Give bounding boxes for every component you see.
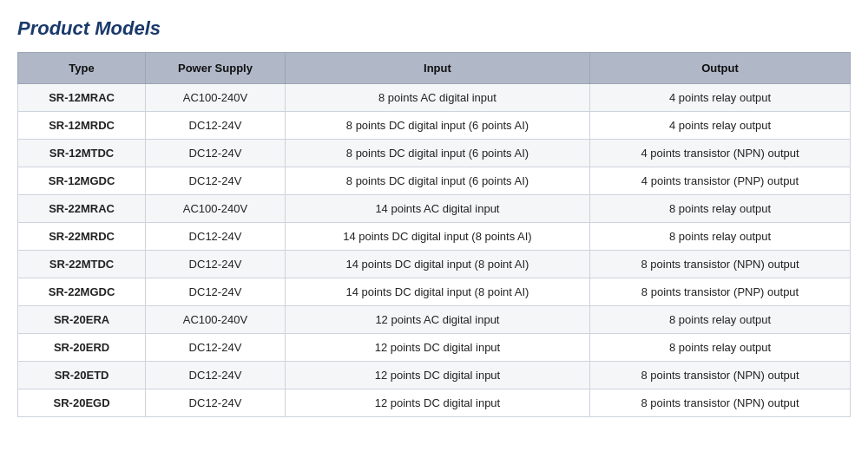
- cell-power: AC100-240V: [146, 195, 286, 223]
- cell-power: AC100-240V: [146, 306, 286, 334]
- cell-input: 12 points AC digital input: [285, 306, 589, 334]
- col-header-power: Power Supply: [146, 53, 286, 84]
- cell-power: DC12-24V: [146, 223, 286, 251]
- cell-output: 8 points relay output: [590, 306, 851, 334]
- table-row: SR-22MRACAC100-240V14 points AC digital …: [18, 195, 851, 223]
- cell-output: 4 points relay output: [590, 84, 851, 112]
- cell-power: DC12-24V: [146, 251, 286, 278]
- cell-input: 12 points DC digital input: [285, 389, 589, 417]
- cell-input: 8 points DC digital input (6 points AI): [285, 112, 589, 140]
- cell-type: SR-22MGDC: [18, 278, 146, 306]
- table-row: SR-20ERAAC100-240V12 points AC digital i…: [18, 306, 851, 334]
- col-header-output: Output: [590, 53, 851, 84]
- cell-power: DC12-24V: [146, 334, 286, 362]
- cell-type: SR-22MRDC: [18, 223, 146, 251]
- cell-output: 4 points transistor (PNP) output: [590, 167, 851, 195]
- cell-output: 8 points transistor (NPN) output: [590, 251, 851, 278]
- cell-type: SR-20EGD: [18, 389, 146, 417]
- cell-output: 4 points transistor (NPN) output: [590, 140, 851, 167]
- cell-input: 8 points AC digital input: [285, 84, 589, 112]
- cell-type: SR-12MRAC: [18, 84, 146, 112]
- cell-type: SR-20ERD: [18, 334, 146, 362]
- cell-type: SR-12MRDC: [18, 112, 146, 140]
- col-header-input: Input: [285, 53, 589, 84]
- cell-output: 4 points relay output: [590, 112, 851, 140]
- table-row: SR-12MGDCDC12-24V8 points DC digital inp…: [18, 167, 851, 195]
- col-header-type: Type: [18, 53, 146, 84]
- cell-power: DC12-24V: [146, 278, 286, 306]
- table-row: SR-22MGDCDC12-24V14 points DC digital in…: [18, 278, 851, 306]
- table-row: SR-20ERDDC12-24V12 points DC digital inp…: [18, 334, 851, 362]
- table-header-row: Type Power Supply Input Output: [18, 53, 851, 84]
- cell-output: 8 points relay output: [590, 334, 851, 362]
- table-row: SR-22MRDCDC12-24V14 points DC digital in…: [18, 223, 851, 251]
- table-row: SR-12MRACAC100-240V8 points AC digital i…: [18, 84, 851, 112]
- cell-output: 8 points relay output: [590, 195, 851, 223]
- table-row: SR-12MTDCDC12-24V8 points DC digital inp…: [18, 140, 851, 167]
- cell-power: DC12-24V: [146, 140, 286, 167]
- cell-input: 8 points DC digital input (6 points AI): [285, 167, 589, 195]
- cell-input: 8 points DC digital input (6 points AI): [285, 140, 589, 167]
- cell-type: SR-22MTDC: [18, 251, 146, 278]
- table-row: SR-20ETDDC12-24V12 points DC digital inp…: [18, 362, 851, 389]
- cell-input: 12 points DC digital input: [285, 362, 589, 389]
- cell-power: DC12-24V: [146, 167, 286, 195]
- cell-output: 8 points transistor (NPN) output: [590, 362, 851, 389]
- cell-type: SR-12MGDC: [18, 167, 146, 195]
- cell-power: DC12-24V: [146, 362, 286, 389]
- cell-power: DC12-24V: [146, 112, 286, 140]
- cell-type: SR-20ERA: [18, 306, 146, 334]
- cell-power: AC100-240V: [146, 84, 286, 112]
- cell-input: 14 points AC digital input: [285, 195, 589, 223]
- cell-type: SR-22MRAC: [18, 195, 146, 223]
- cell-output: 8 points transistor (NPN) output: [590, 389, 851, 417]
- table-row: SR-12MRDCDC12-24V8 points DC digital inp…: [18, 112, 851, 140]
- table-row: SR-22MTDCDC12-24V14 points DC digital in…: [18, 251, 851, 278]
- cell-power: DC12-24V: [146, 389, 286, 417]
- product-models-table: Type Power Supply Input Output SR-12MRAC…: [17, 52, 851, 417]
- table-row: SR-20EGDDC12-24V12 points DC digital inp…: [18, 389, 851, 417]
- cell-input: 14 points DC digital input (8 point AI): [285, 278, 589, 306]
- cell-output: 8 points relay output: [590, 223, 851, 251]
- cell-input: 14 points DC digital input (8 points AI): [285, 223, 589, 251]
- cell-output: 8 points transistor (PNP) output: [590, 278, 851, 306]
- cell-type: SR-12MTDC: [18, 140, 146, 167]
- cell-type: SR-20ETD: [18, 362, 146, 389]
- cell-input: 12 points DC digital input: [285, 334, 589, 362]
- cell-input: 14 points DC digital input (8 point AI): [285, 251, 589, 278]
- page-title: Product Models: [17, 17, 851, 40]
